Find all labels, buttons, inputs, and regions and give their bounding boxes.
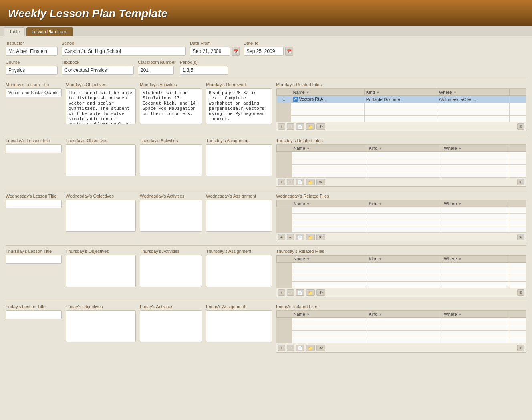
table-row[interactable] [277,152,526,158]
table-row[interactable] [277,226,526,233]
friday-eye-button[interactable]: 👁 [316,345,325,351]
tuesday-files-th-where[interactable]: Where ▼ [442,145,509,152]
thursday-files-th-name-sort: ▼ [306,257,310,261]
table-row[interactable] [277,109,526,116]
wednesday-objectives-textarea[interactable] [66,200,136,232]
table-row[interactable] [277,275,526,282]
tuesday-folder-button[interactable]: 📁 [306,179,315,185]
table-row[interactable] [277,337,526,343]
date-to-picker-button[interactable]: 📅 [285,47,293,56]
tuesday-eye-button[interactable]: 👁 [316,179,325,185]
date-from-picker-button[interactable]: 📅 [232,47,240,56]
wednesday-grid-button[interactable]: ⊞ [517,234,524,240]
table-row[interactable] [277,331,526,337]
table-row[interactable] [277,116,526,122]
monday-files-th-kind[interactable]: Kind ▼ [364,89,437,96]
thursday-title-input[interactable] [6,255,62,264]
tuesday-files-th-name[interactable]: Name ▼ [292,145,367,152]
thursday-files-th-where[interactable]: Where ▼ [442,256,509,262]
friday-remove-file-button[interactable]: − [287,345,294,351]
table-row[interactable] [277,165,526,171]
thursday-add-file-button[interactable]: + [278,289,285,296]
table-row[interactable] [277,324,526,331]
wednesday-activities-textarea[interactable] [140,200,202,232]
tuesday-objectives-textarea[interactable] [66,144,136,176]
table-row[interactable] [277,262,526,269]
table-row[interactable] [277,282,526,288]
periods-input[interactable] [180,66,228,75]
table-row[interactable] [277,269,526,275]
date-from-input[interactable] [190,47,230,56]
friday-files-th-kind[interactable]: Kind ▼ [367,311,442,318]
monday-activities-textarea[interactable]: Students will run Simulations 13: Coconu… [140,88,202,124]
wednesday-files-th-where[interactable]: Where ▼ [442,200,509,207]
classroom-input[interactable] [138,66,174,75]
tuesday-title-input[interactable] [6,144,62,153]
monday-grid-button[interactable]: ⊞ [517,123,524,130]
tuesday-homework-textarea[interactable] [206,144,272,176]
thursday-homework-textarea[interactable] [206,255,272,287]
friday-files-th-name[interactable]: Name ▼ [292,311,367,318]
tuesday-grid-button[interactable]: ⊞ [517,179,524,185]
monday-add-file-button[interactable]: + [278,123,285,130]
tuesday-activities-textarea[interactable] [140,144,202,176]
thursday-folder-button[interactable]: 📁 [306,289,315,296]
table-row[interactable] [277,220,526,226]
wednesday-add-file-button[interactable]: + [278,234,285,240]
wednesday-homework-textarea[interactable] [206,200,272,232]
file-where-empty [442,220,509,226]
thursday-eye-button[interactable]: 👁 [316,289,325,296]
wednesday-eye-button[interactable]: 👁 [316,234,325,240]
thursday-files-th-name[interactable]: Name ▼ [292,256,367,262]
textbook-input[interactable] [62,66,134,75]
monday-files-th-where[interactable]: Where ▼ [437,89,509,96]
monday-new-file-button[interactable]: 📄 [296,123,304,130]
table-row[interactable] [277,318,526,324]
friday-grid-button[interactable]: ⊞ [517,345,524,351]
table-row[interactable]: 1 WVectors Rt A... Portable Docume... /V… [277,96,526,103]
monday-homework-textarea[interactable]: Read pags 28-32 in text. Complete worksh… [206,88,272,124]
monday-title-input[interactable] [6,88,62,97]
instructor-input[interactable] [6,47,58,56]
school-input[interactable] [62,47,186,56]
friday-folder-button[interactable]: 📁 [306,345,315,351]
thursday-remove-file-button[interactable]: − [287,289,294,296]
date-to-input[interactable] [244,47,284,56]
wednesday-title-input[interactable] [6,200,62,208]
table-row[interactable] [277,158,526,165]
tab-table[interactable]: Table [4,27,25,36]
thursday-objectives-textarea[interactable] [66,255,136,287]
monday-objectives-textarea[interactable]: The student will be able to distinguish … [66,88,136,124]
tab-lesson-plan-form[interactable]: Lesson Plan Form [26,27,73,36]
friday-objectives-textarea[interactable] [66,310,136,342]
friday-add-file-button[interactable]: + [278,345,285,351]
thursday-files-th-kind[interactable]: Kind ▼ [367,256,442,262]
wednesday-files-th-kind[interactable]: Kind ▼ [367,200,442,207]
table-row[interactable] [277,171,526,178]
wednesday-new-file-button[interactable]: 📄 [296,234,304,240]
tuesday-files-th-kind[interactable]: Kind ▼ [367,145,442,152]
wednesday-folder-button[interactable]: 📁 [306,234,315,240]
friday-files-th-where[interactable]: Where ▼ [442,311,509,318]
wednesday-files-th-name[interactable]: Name ▼ [292,200,367,207]
thursday-new-file-button[interactable]: 📄 [296,289,304,296]
table-row[interactable] [277,207,526,214]
table-row[interactable] [277,214,526,220]
monday-remove-file-button[interactable]: − [287,123,294,130]
tuesday-new-file-button[interactable]: 📄 [296,179,304,185]
friday-new-file-button[interactable]: 📄 [296,345,304,351]
tuesday-remove-file-button[interactable]: − [287,179,294,185]
table-row[interactable] [277,103,526,109]
tuesday-add-file-button[interactable]: + [278,179,285,185]
monday-files-th-name[interactable]: Name ▼ [291,89,364,96]
monday-eye-button[interactable]: 👁 [316,123,325,130]
friday-activities-textarea[interactable] [140,310,202,342]
wednesday-remove-file-button[interactable]: − [287,234,294,240]
course-input[interactable] [6,66,58,75]
friday-title-input[interactable] [6,310,62,319]
monday-folder-button[interactable]: 📁 [306,123,315,130]
thursday-grid-button[interactable]: ⊞ [517,289,524,296]
friday-homework-textarea[interactable] [206,310,272,342]
file-extra-empty [509,331,526,337]
thursday-activities-textarea[interactable] [140,255,202,287]
